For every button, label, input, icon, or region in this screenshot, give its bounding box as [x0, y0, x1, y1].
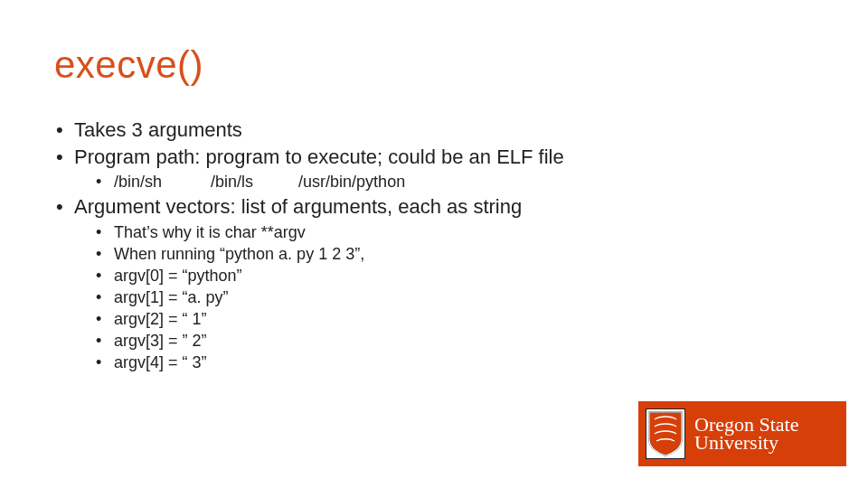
bullet-item: Argument vectors: list of arguments, eac…: [54, 194, 814, 372]
bullet-list-level2: /bin/sh /bin/ls /usr/bin/python: [74, 172, 814, 192]
bullet-subitem: argv[0] = “python”: [74, 266, 814, 286]
slide-title: execve(): [54, 43, 814, 87]
path-example: /bin/ls: [211, 172, 253, 192]
bullet-text: When running “python a. py 1 2 3”,: [114, 245, 364, 263]
bullet-text: Program path: program to execute; could …: [74, 145, 564, 168]
logo-text: Oregon State University: [694, 415, 798, 454]
bullet-subitem: argv[1] = “a. py”: [74, 287, 814, 308]
bullet-text: Takes 3 arguments: [74, 118, 242, 141]
path-example: /usr/bin/python: [298, 172, 405, 192]
bullet-subitem: /bin/sh /bin/ls /usr/bin/python: [74, 172, 814, 192]
osu-logo: Oregon State University: [638, 401, 846, 466]
bullet-text: Argument vectors: list of arguments, eac…: [74, 195, 522, 218]
bullet-text: argv[0] = “python”: [114, 267, 242, 285]
bullet-text: argv[4] = “ 3”: [114, 353, 207, 371]
bullet-text: That’s why it is char **argv: [114, 223, 306, 241]
bullet-list-level1: Takes 3 arguments Program path: program …: [54, 117, 814, 373]
bullet-text: argv[1] = “a. py”: [114, 288, 229, 306]
logo-line2: University: [694, 433, 798, 453]
bullet-item: Program path: program to execute; could …: [54, 145, 814, 192]
bullet-text: argv[3] = ” 2”: [114, 332, 207, 350]
path-example: /bin/sh: [114, 172, 162, 192]
bullet-subitem: argv[3] = ” 2”: [74, 331, 814, 352]
bullet-list-level2: That’s why it is char **argv When runnin…: [74, 222, 814, 373]
bullet-item: Takes 3 arguments: [54, 117, 814, 143]
slide-body: Takes 3 arguments Program path: program …: [54, 117, 814, 373]
bullet-text: argv[2] = “ 1”: [114, 310, 207, 328]
bullet-subitem: That’s why it is char **argv: [74, 222, 814, 243]
shield-icon: [646, 408, 685, 459]
path-examples-row: /bin/sh /bin/ls /usr/bin/python: [114, 172, 814, 192]
bullet-subitem: argv[4] = “ 3”: [74, 352, 814, 373]
bullet-subitem: When running “python a. py 1 2 3”,: [74, 244, 814, 265]
bullet-subitem: argv[2] = “ 1”: [74, 309, 814, 330]
slide: execve() Takes 3 arguments Program path:…: [0, 0, 868, 488]
